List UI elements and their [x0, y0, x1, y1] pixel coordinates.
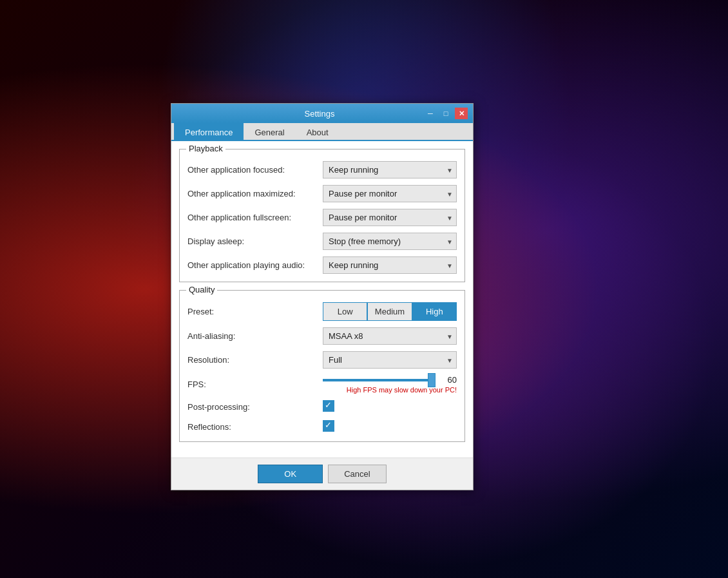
dialog-title: Settings — [215, 109, 424, 119]
fps-value: 60 — [441, 375, 457, 385]
preset-btn-low[interactable]: Low — [323, 302, 367, 321]
label-focused: Other application focused: — [187, 165, 323, 175]
setting-row-preset: Preset: Low Medium High — [187, 302, 457, 321]
select-resolution[interactable]: Half Full — [323, 351, 457, 369]
close-button[interactable]: ✕ — [455, 108, 468, 119]
dialog-body: Playback Other application focused: Keep… — [171, 141, 473, 458]
control-fps: 60 High FPS may slow down your PC! — [323, 375, 457, 394]
label-resolution: Resolution: — [187, 355, 323, 365]
label-fullscreen: Other application fullscreen: — [187, 213, 323, 222]
select-focused[interactable]: Keep running Pause Stop — [323, 161, 457, 178]
setting-row-focused: Other application focused: Keep running … — [187, 161, 457, 178]
playback-title: Playback — [186, 144, 225, 153]
control-postprocessing — [323, 400, 457, 414]
checkbox-postprocessing[interactable] — [323, 400, 334, 412]
control-fullscreen: Keep running Pause per monitor Pause Sto… — [323, 209, 457, 226]
label-postprocessing: Post-processing: — [187, 402, 323, 412]
checkbox-reflections[interactable] — [323, 420, 334, 432]
control-reflections — [323, 420, 457, 434]
settings-dialog: Settings ─ □ ✕ Performance General About… — [171, 103, 474, 490]
setting-row-postprocessing: Post-processing: — [187, 400, 457, 414]
minimize-button[interactable]: ─ — [424, 108, 437, 119]
preset-buttons: Low Medium High — [323, 302, 457, 321]
window-controls: ─ □ ✕ — [424, 108, 468, 119]
tab-performance[interactable]: Performance — [174, 123, 244, 141]
setting-row-reflections: Reflections: — [187, 420, 457, 434]
quality-group: Quality Preset: Low Medium High Anti-ali… — [179, 290, 465, 442]
dialog-footer: OK Cancel — [171, 458, 473, 490]
title-bar: Settings ─ □ ✕ — [171, 104, 473, 123]
preset-btn-high[interactable]: High — [412, 302, 457, 321]
maximize-button[interactable]: □ — [439, 108, 452, 119]
control-asleep: Keep running Pause Stop (free memory) ▼ — [323, 233, 457, 250]
setting-row-asleep: Display asleep: Keep running Pause Stop … — [187, 233, 457, 250]
select-maximized[interactable]: Keep running Pause per monitor Pause Sto… — [323, 185, 457, 202]
fps-warning: High FPS may slow down your PC! — [323, 386, 457, 394]
select-antialiasing[interactable]: None MSAA x2 MSAA x4 MSAA x8 — [323, 327, 457, 345]
setting-row-antialiasing: Anti-aliasing: None MSAA x2 MSAA x4 MSAA… — [187, 327, 457, 345]
slider-row-fps: 60 — [323, 375, 457, 385]
setting-row-resolution: Resolution: Half Full ▼ — [187, 351, 457, 369]
setting-row-fullscreen: Other application fullscreen: Keep runni… — [187, 209, 457, 226]
control-maximized: Keep running Pause per monitor Pause Sto… — [323, 185, 457, 202]
label-fps: FPS: — [187, 380, 323, 389]
select-audio[interactable]: Keep running Pause Stop — [323, 256, 457, 274]
playback-group: Playback Other application focused: Keep… — [179, 149, 465, 282]
fps-slider[interactable] — [323, 379, 436, 381]
control-audio: Keep running Pause Stop ▼ — [323, 256, 457, 274]
label-preset: Preset: — [187, 307, 323, 316]
tab-general[interactable]: General — [244, 123, 295, 141]
control-antialiasing: None MSAA x2 MSAA x4 MSAA x8 ▼ — [323, 327, 457, 345]
setting-row-audio: Other application playing audio: Keep ru… — [187, 256, 457, 274]
label-maximized: Other application maximized: — [187, 189, 323, 198]
quality-title: Quality — [186, 285, 217, 294]
select-fullscreen[interactable]: Keep running Pause per monitor Pause Sto… — [323, 209, 457, 226]
label-audio: Other application playing audio: — [187, 260, 323, 270]
select-asleep[interactable]: Keep running Pause Stop (free memory) — [323, 233, 457, 250]
label-reflections: Reflections: — [187, 422, 323, 432]
label-antialiasing: Anti-aliasing: — [187, 331, 323, 341]
control-resolution: Half Full ▼ — [323, 351, 457, 369]
setting-row-maximized: Other application maximized: Keep runnin… — [187, 185, 457, 202]
control-focused: Keep running Pause Stop ▼ — [323, 161, 457, 178]
tab-bar: Performance General About — [171, 123, 473, 141]
setting-row-fps: FPS: 60 High FPS may slow down your PC! — [187, 375, 457, 394]
preset-btn-medium[interactable]: Medium — [367, 302, 412, 321]
ok-button[interactable]: OK — [258, 465, 323, 483]
cancel-button[interactable]: Cancel — [328, 465, 386, 483]
label-asleep: Display asleep: — [187, 236, 323, 246]
tab-about[interactable]: About — [296, 123, 340, 141]
